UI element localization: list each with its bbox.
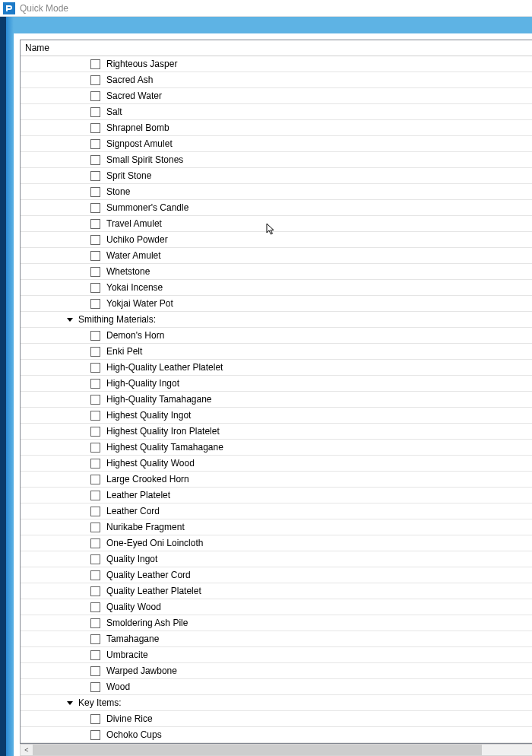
checkbox[interactable] — [90, 634, 100, 644]
tree-item[interactable]: Quality Ingot — [21, 551, 532, 567]
checkbox[interactable] — [90, 650, 100, 660]
expander-down-icon[interactable] — [66, 316, 74, 323]
checkbox[interactable] — [90, 682, 100, 692]
tree-item[interactable]: Smoldering Ash Pile — [21, 615, 532, 631]
tree-item[interactable]: Righteous Jasper — [21, 56, 532, 72]
checkbox[interactable] — [90, 586, 100, 596]
checkbox[interactable] — [90, 267, 100, 277]
tree-item[interactable]: Stone — [21, 184, 532, 200]
expander-down-icon[interactable] — [66, 699, 74, 707]
item-label: Summoner's Candle — [106, 202, 188, 213]
tree-item[interactable]: Warped Jawbone — [21, 663, 532, 679]
checkbox[interactable] — [90, 602, 100, 612]
tree-item[interactable]: Whetstone — [21, 264, 532, 280]
checkbox[interactable] — [90, 443, 100, 453]
tree-item[interactable]: High-Quality Tamahagane — [21, 392, 532, 408]
tree-group[interactable]: Key Items: — [21, 695, 532, 711]
checkbox[interactable] — [90, 618, 100, 628]
tree-item[interactable]: Shrapnel Bomb — [21, 120, 532, 136]
item-label: Highest Quality Wood — [106, 458, 195, 469]
tree-item[interactable]: Uchiko Powder — [21, 232, 532, 248]
tree-item[interactable]: Nurikabe Fragment — [21, 519, 532, 535]
tree-item[interactable]: Highest Quality Ingot — [21, 408, 532, 424]
tree-item[interactable]: Salt — [21, 104, 532, 120]
checkbox[interactable] — [90, 107, 100, 117]
checkbox[interactable] — [90, 59, 100, 69]
checkbox[interactable] — [90, 507, 100, 516]
item-label: Uchiko Powder — [106, 234, 168, 245]
checkbox[interactable] — [90, 139, 100, 149]
tree-view[interactable]: Name Righteous JasperSacred AshSacred Wa… — [20, 40, 532, 744]
checkbox[interactable] — [90, 235, 100, 245]
tree-item[interactable]: Leather Cord — [21, 503, 532, 519]
tree-item[interactable]: Large Crooked Horn — [21, 472, 532, 488]
scroll-left-arrow-icon[interactable]: < — [21, 745, 33, 755]
checkbox[interactable] — [90, 459, 100, 469]
checkbox[interactable] — [90, 363, 100, 373]
tree-item[interactable]: Yokai Incense — [21, 280, 532, 296]
checkbox[interactable] — [90, 475, 100, 484]
checkbox[interactable] — [90, 91, 100, 101]
tree-item[interactable]: Small Spirit Stones — [21, 152, 532, 168]
tree-item[interactable]: Signpost Amulet — [21, 136, 532, 152]
horizontal-scrollbar[interactable]: < — [20, 744, 532, 756]
checkbox[interactable] — [90, 554, 100, 564]
tree-item[interactable]: Quality Wood — [21, 599, 532, 615]
tree-item[interactable]: Summoner's Candle — [21, 200, 532, 216]
tree-item[interactable]: Enki Pelt — [21, 344, 532, 360]
tree-item[interactable]: Quality Leather Cord — [21, 567, 532, 583]
checkbox[interactable] — [90, 347, 100, 357]
checkbox[interactable] — [90, 251, 100, 261]
tree-item[interactable]: Highest Quality Iron Platelet — [21, 424, 532, 440]
checkbox[interactable] — [90, 283, 100, 293]
scroll-thumb[interactable] — [33, 745, 482, 755]
tree-item[interactable]: One-Eyed Oni Loincloth — [21, 535, 532, 551]
checkbox[interactable] — [90, 171, 100, 181]
checkbox[interactable] — [90, 523, 100, 532]
tree-item[interactable]: High-Quality Ingot — [21, 376, 532, 392]
item-label: Salt — [106, 106, 122, 117]
checkbox[interactable] — [90, 379, 100, 389]
checkbox[interactable] — [90, 666, 100, 676]
checkbox[interactable] — [90, 331, 100, 341]
checkbox[interactable] — [90, 714, 100, 724]
tree-item[interactable]: Umbracite — [21, 647, 532, 663]
tree-group[interactable]: Smithing Materials: — [21, 312, 532, 328]
tree-item[interactable]: Tamahagane — [21, 631, 532, 647]
tree-item[interactable]: Divine Rice — [21, 711, 532, 727]
checkbox[interactable] — [90, 155, 100, 165]
column-header-name[interactable]: Name — [21, 40, 532, 56]
scroll-track[interactable] — [33, 745, 532, 755]
tree-item[interactable]: Quality Leather Platelet — [21, 583, 532, 599]
tree-item[interactable]: Sacred Water — [21, 88, 532, 104]
tree-item[interactable]: Demon's Horn — [21, 328, 532, 344]
tree-item[interactable]: Sacred Ash — [21, 72, 532, 88]
item-label: Travel Amulet — [106, 218, 162, 229]
tree-item[interactable]: Travel Amulet — [21, 216, 532, 232]
checkbox[interactable] — [90, 75, 100, 85]
checkbox[interactable] — [90, 187, 100, 197]
tree-item[interactable]: Sprit Stone — [21, 168, 532, 184]
tree-item[interactable]: Highest Quality Wood — [21, 456, 532, 472]
checkbox[interactable] — [90, 203, 100, 213]
item-label: High-Quality Ingot — [106, 378, 179, 389]
checkbox[interactable] — [90, 538, 100, 548]
checkbox[interactable] — [90, 491, 100, 500]
checkbox[interactable] — [90, 411, 100, 421]
tree-item[interactable]: Leather Platelet — [21, 488, 532, 503]
item-label: Water Amulet — [106, 250, 161, 261]
checkbox[interactable] — [90, 123, 100, 133]
tree-item[interactable]: High-Quality Leather Platelet — [21, 360, 532, 376]
tree-item[interactable]: Yokjai Water Pot — [21, 296, 532, 312]
checkbox[interactable] — [90, 427, 100, 437]
tree-item[interactable]: Water Amulet — [21, 248, 532, 264]
checkbox[interactable] — [90, 570, 100, 580]
tree-item[interactable]: Ochoko Cups — [21, 727, 532, 743]
tree-item[interactable]: Wood — [21, 679, 532, 695]
checkbox[interactable] — [90, 299, 100, 309]
item-label: Sacred Ash — [106, 75, 153, 85]
tree-item[interactable]: Highest Quality Tamahagane — [21, 440, 532, 456]
checkbox[interactable] — [90, 730, 100, 740]
checkbox[interactable] — [90, 395, 100, 405]
checkbox[interactable] — [90, 219, 100, 229]
